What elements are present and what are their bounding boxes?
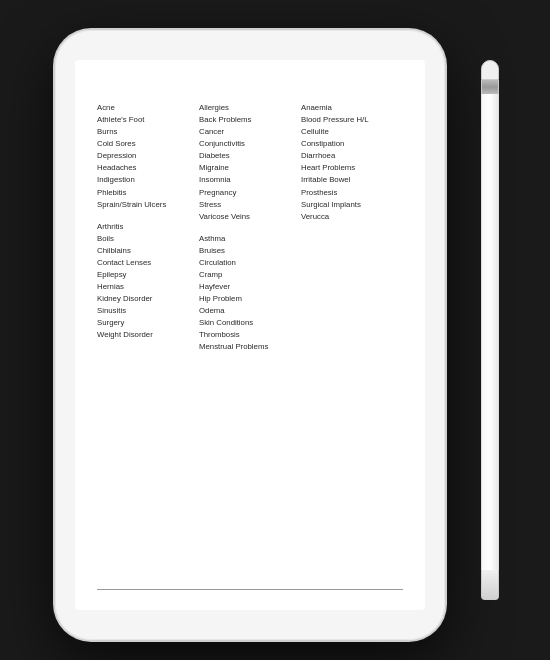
list-item: Boils [97,233,199,245]
list-item: Verucca [301,211,403,223]
list-item: Depression [97,150,199,162]
list-item: Menstrual Problems [199,341,301,353]
list-item: Diarrhoea [301,150,403,162]
list-item: Stress [199,199,301,211]
list-item: Phlebitis [97,187,199,199]
list-item: Cold Sores [97,138,199,150]
list-item: Headaches [97,162,199,174]
list-item: Blood Pressure H/L [301,114,403,126]
list-item: Insomnia [199,174,301,186]
list-item: Contact Lenses [97,257,199,269]
list-item: Hayfever [199,281,301,293]
list-item: Asthma [199,233,301,245]
ipad-screen: AcneAthlete's FootBurnsCold SoresDepress… [75,60,425,610]
col1-group2: ArthritisBoilsChilblainsContact LensesEp… [97,221,199,342]
list-item: Conjunctivitis [199,138,301,150]
list-item: Cellulite [301,126,403,138]
column-3: AnaemiaBlood Pressure H/LCelluliteConsti… [301,102,403,589]
list-item: Burns [97,126,199,138]
list-item: Skin Conditions [199,317,301,329]
list-item: Diabetes [199,150,301,162]
list-item: Kidney Disorder [97,293,199,305]
columns-container: AcneAthlete's FootBurnsCold SoresDepress… [97,102,403,589]
scene: AcneAthlete's FootBurnsCold SoresDepress… [35,20,515,640]
col2-group2: AsthmaBruisesCirculationCrampHayfeverHip… [199,233,301,354]
list-item: Chilblains [97,245,199,257]
list-item: Cramp [199,269,301,281]
list-item: Hernias [97,281,199,293]
list-item: Varicose Veins [199,211,301,223]
list-item: Arthritis [97,221,199,233]
col2-group1: AllergiesBack ProblemsCancerConjunctivit… [199,102,301,223]
list-item: Odema [199,305,301,317]
list-item: Irritable Bowel [301,174,403,186]
list-item: Hip Problem [199,293,301,305]
list-item: Sprain/Strain Ulcers [97,199,199,211]
list-item: Epilepsy [97,269,199,281]
list-item: Constipation [301,138,403,150]
list-item: Migraine [199,162,301,174]
list-item: Thrombosis [199,329,301,341]
bottom-divider [97,589,403,590]
list-item: Acne [97,102,199,114]
pencil-body [481,94,499,570]
column-1: AcneAthlete's FootBurnsCold SoresDepress… [97,102,199,589]
ipad-device: AcneAthlete's FootBurnsCold SoresDepress… [55,30,445,640]
col3-group1: AnaemiaBlood Pressure H/LCelluliteConsti… [301,102,403,223]
list-item: Allergies [199,102,301,114]
list-item: Athlete's Foot [97,114,199,126]
pencil-top [481,60,499,80]
pencil-tip [481,570,499,600]
list-item: Pregnancy [199,187,301,199]
list-item: Sinusitis [97,305,199,317]
apple-pencil [479,60,501,600]
list-item: Weight Disorder [97,329,199,341]
column-2: AllergiesBack ProblemsCancerConjunctivit… [199,102,301,589]
pencil-band [481,80,499,94]
list-item: Heart Problems [301,162,403,174]
list-item: Indigestion [97,174,199,186]
list-item: Cancer [199,126,301,138]
list-item: Prosthesis [301,187,403,199]
list-item: Bruises [199,245,301,257]
col1-group1: AcneAthlete's FootBurnsCold SoresDepress… [97,102,199,211]
list-item: Surgical Implants [301,199,403,211]
list-item: Back Problems [199,114,301,126]
list-item: Surgery [97,317,199,329]
list-item: Anaemia [301,102,403,114]
list-item: Circulation [199,257,301,269]
